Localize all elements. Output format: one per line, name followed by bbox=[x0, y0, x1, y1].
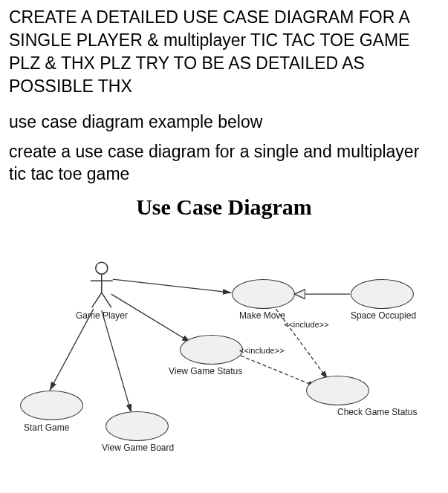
usecase-view-status-label: View Game Status bbox=[169, 366, 242, 376]
svg-line-8 bbox=[102, 310, 132, 413]
usecase-view-board bbox=[105, 411, 169, 441]
svg-line-4 bbox=[102, 293, 111, 307]
diagram-title: Use Case Diagram bbox=[9, 195, 439, 220]
svg-point-0 bbox=[96, 262, 108, 274]
instruction-sub-text-1: use case diagram example below bbox=[9, 111, 439, 134]
usecase-view-board-label: View Game Board bbox=[102, 443, 174, 453]
usecase-check-status bbox=[306, 376, 369, 405]
actor-icon bbox=[91, 262, 113, 307]
instruction-sub-text-2: create a use case diagram for a single a… bbox=[9, 141, 439, 186]
actor-label: Game Player bbox=[76, 310, 128, 321]
usecase-start-game bbox=[20, 391, 83, 420]
usecase-make-move bbox=[232, 279, 295, 309]
svg-line-3 bbox=[92, 293, 102, 307]
use-case-diagram: Game Player Make Move Space Occupied Vie… bbox=[9, 249, 439, 472]
usecase-start-game-label: Start Game bbox=[24, 422, 69, 433]
usecase-space-occupied-label: Space Occupied bbox=[351, 310, 416, 321]
usecase-check-status-label: Check Game Status bbox=[337, 407, 417, 417]
usecase-space-occupied bbox=[351, 279, 414, 309]
usecase-make-move-label: Make Move bbox=[239, 310, 285, 321]
svg-line-7 bbox=[50, 309, 94, 391]
svg-line-11 bbox=[235, 353, 316, 387]
include-label-1: <<include>> bbox=[284, 320, 329, 329]
include-label-2: <<include>> bbox=[239, 346, 285, 355]
svg-line-5 bbox=[113, 279, 232, 293]
usecase-view-status bbox=[180, 335, 243, 365]
instruction-main-text: CREATE A DETAILED USE CASE DIAGRAM FOR A… bbox=[9, 6, 439, 98]
